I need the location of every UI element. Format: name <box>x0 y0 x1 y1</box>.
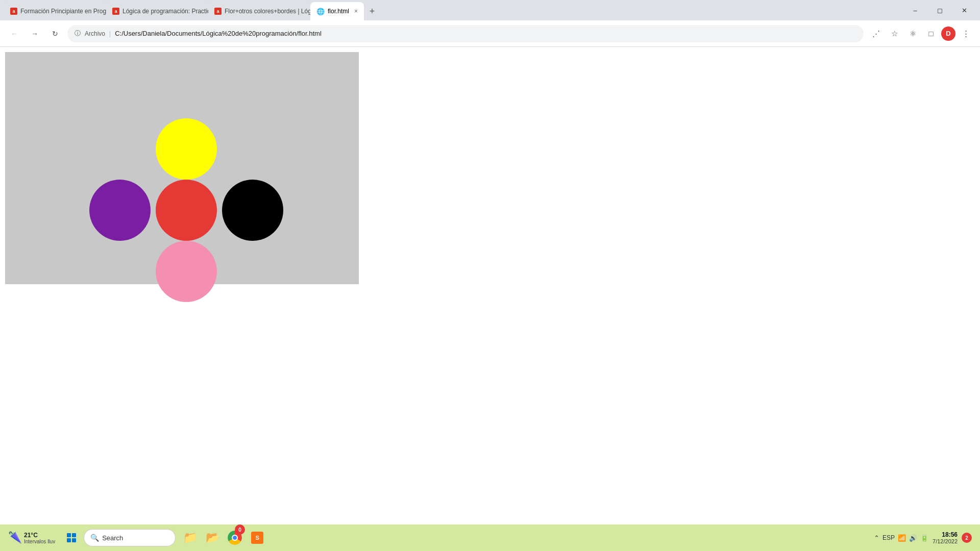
profile-button[interactable]: □ <box>923 26 939 42</box>
address-separator: | <box>109 30 111 37</box>
tab-2-label: Lógica de programación: Practic... <box>122 8 208 15</box>
volume-icon: 🔊 <box>909 534 917 542</box>
tab-1-label: Formación Principiante en Progr... <box>20 8 106 15</box>
tab-3-favicon: a <box>214 8 222 15</box>
windows-icon <box>67 533 76 542</box>
notification-badge: 0 <box>235 524 245 535</box>
reload-button[interactable]: ↻ <box>47 26 63 42</box>
taskbar-tray: ⌃ ESP 📶 🔊 🔋 <box>874 534 928 542</box>
folder-icon: 📂 <box>206 531 219 544</box>
browser-window: a Formación Principiante en Progr... × a… <box>0 0 980 551</box>
tab-3-label: Flor+otros colores+bordes | Lóg... <box>225 8 310 15</box>
tab-3[interactable]: a Flor+otros colores+bordes | Lóg... × <box>208 2 310 20</box>
address-input[interactable]: ⓘ Archivo | C:/Users/Daniela/Documents/L… <box>67 25 864 42</box>
wifi-icon: 📶 <box>898 534 906 542</box>
share-button[interactable]: ⋰ <box>868 26 884 42</box>
sublime-app[interactable]: S <box>247 528 267 548</box>
file-explorer-icon: 📁 <box>183 531 197 544</box>
search-label: Search <box>102 534 123 542</box>
forward-button[interactable]: → <box>27 26 43 42</box>
toolbar-icons: ⋰ ☆ ⚛ □ D ⋮ <box>868 26 974 42</box>
protocol-label: Archivo <box>85 30 105 37</box>
taskbar: 🌂 21°C Intervalos lluv 🔍 Search 📁 <box>0 524 980 551</box>
weather-temp: 21°C <box>24 532 55 539</box>
weather-info: 21°C Intervalos lluv <box>24 532 55 544</box>
taskbar-search[interactable]: 🔍 Search <box>84 529 176 546</box>
notification-count[interactable]: 2 <box>962 533 972 543</box>
clock-date: 7/12/2022 <box>933 538 958 544</box>
taskbar-apps: 📁 📂 0 S <box>180 528 267 548</box>
folder-app[interactable]: 📂 <box>202 528 223 548</box>
battery-icon: 🔋 <box>920 534 928 542</box>
taskbar-right: ⌃ ESP 📶 🔊 🔋 18:56 7/12/2022 2 <box>874 531 976 544</box>
start-button[interactable] <box>61 528 82 548</box>
address-bar: ← → ↻ ⓘ Archivo | C:/Users/Daniela/Docum… <box>0 20 980 47</box>
url-text: C:/Users/Daniela/Documents/Lógica%20de%2… <box>115 30 856 37</box>
tab-4-label: flor.html <box>328 8 349 15</box>
chrome-badge: 0 <box>235 524 245 535</box>
tab-4[interactable]: 🌐 flor.html × <box>310 2 364 20</box>
search-icon: 🔍 <box>90 534 99 542</box>
tab-4-close[interactable]: × <box>354 8 358 15</box>
close-button[interactable]: ✕ <box>952 2 976 18</box>
title-bar: a Formación Principiante en Progr... × a… <box>0 0 980 20</box>
sublime-icon: S <box>251 532 263 544</box>
bookmark-button[interactable]: ☆ <box>886 26 902 42</box>
circle-pink <box>156 241 217 302</box>
maximize-button[interactable]: ◻ <box>928 2 951 18</box>
circle-red <box>156 180 217 241</box>
file-explorer-app[interactable]: 📁 <box>180 528 200 548</box>
extensions-button[interactable]: ⚛ <box>904 26 921 42</box>
weather-desc: Intervalos lluv <box>24 539 55 544</box>
chevron-up-icon[interactable]: ⌃ <box>874 534 879 542</box>
user-avatar[interactable]: D <box>941 27 955 41</box>
minimize-button[interactable]: – <box>903 2 927 18</box>
menu-button[interactable]: ⋮ <box>958 26 974 42</box>
language-indicator: ESP <box>883 534 895 541</box>
taskbar-weather: 🌂 21°C Intervalos lluv <box>4 531 59 544</box>
tab-2[interactable]: a Lógica de programación: Practic... × <box>106 2 208 20</box>
main-content <box>0 47 980 551</box>
taskbar-clock[interactable]: 18:56 7/12/2022 <box>933 531 958 544</box>
circle-purple <box>89 180 151 241</box>
weather-icon: 🌂 <box>8 531 22 544</box>
back-button[interactable]: ← <box>6 26 22 42</box>
chrome-app[interactable]: 0 <box>225 528 245 548</box>
clock-time: 18:56 <box>933 531 958 538</box>
circle-black <box>222 180 283 241</box>
tab-1[interactable]: a Formación Principiante en Progr... × <box>4 2 106 20</box>
window-controls: – ◻ ✕ <box>903 2 976 18</box>
tab-2-favicon: a <box>112 8 119 15</box>
tab-1-favicon: a <box>10 8 17 15</box>
circle-yellow <box>156 118 217 180</box>
tab-4-globe-icon: 🌐 <box>316 8 325 15</box>
info-icon: ⓘ <box>75 29 81 38</box>
page-canvas <box>5 52 359 284</box>
new-tab-button[interactable]: + <box>364 3 380 19</box>
